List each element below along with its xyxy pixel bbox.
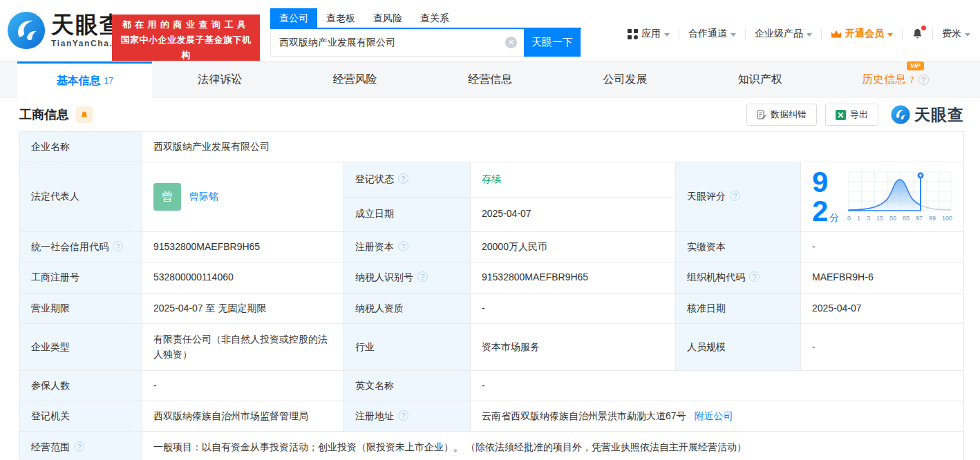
reg-status-value: 存续: [471, 162, 676, 198]
clear-icon[interactable]: [505, 37, 517, 48]
credit-code-label: 统一社会信用代码: [31, 241, 109, 252]
search-input[interactable]: [271, 37, 505, 48]
table-row: 企业名称 西双版纳产业发展有限公司: [20, 132, 964, 162]
table-row: 登记机关 西双版纳傣族自治州市场监督管理局 注册地址 云南省西双版纳傣族自治州景…: [20, 401, 964, 432]
search-button[interactable]: 天眼一下: [524, 29, 581, 57]
nav-vip-membership[interactable]: 开通会员: [831, 28, 893, 40]
help-icon[interactable]: [730, 191, 740, 201]
help-icon[interactable]: [74, 441, 84, 452]
chevron-down-icon: [887, 33, 893, 37]
search-tab-boss[interactable]: 查老板: [317, 8, 364, 28]
tab-label: 历史信息: [862, 73, 906, 87]
help-icon[interactable]: [417, 271, 428, 282]
credit-code-value: 91532800MAEFBR9H65: [142, 232, 344, 262]
taxpayer-id-value: 91532800MAEFBR9H65: [471, 262, 676, 294]
field-label: 组织机构代码: [676, 262, 801, 294]
main-tab-bar: 基本信息 17 法律诉讼 经营风险 经营信息 公司发展 知识产权 历史信息 7 …: [0, 61, 980, 98]
field-label: 参保人数: [20, 371, 142, 401]
chevron-down-icon: [664, 33, 670, 37]
excel-icon: [836, 110, 846, 120]
legal-rep-link[interactable]: 曾际铭: [189, 189, 218, 204]
table-row: 法定代表人 曾 曾际铭 登记状态 存续 天眼评分 92分: [20, 162, 964, 198]
nearby-companies-link[interactable]: 附近公司: [694, 410, 733, 421]
field-label: 登记机关: [20, 401, 142, 432]
tab-operation-info[interactable]: 经营信息: [422, 61, 557, 98]
field-label: 登记状态: [344, 162, 471, 198]
watermark-logo: 天眼查: [891, 104, 964, 126]
nav-channel-label: 合作通道: [688, 28, 727, 40]
field-label: 核准日期: [676, 294, 801, 324]
divider: [679, 29, 679, 39]
top-navigation: 应用 合作通道 企业级产品 开通会员 费: [628, 28, 970, 40]
monitor-bell-button[interactable]: [76, 106, 93, 123]
reg-capital-value: 20000万人民币: [471, 232, 676, 262]
paid-capital-value: -: [801, 232, 964, 262]
page: { "header": { "logo": { "title": "天眼查", …: [0, 0, 980, 460]
notification-dot: [921, 26, 926, 30]
divider: [745, 29, 746, 39]
reg-capital-label: 注册资本: [355, 241, 394, 252]
field-label: 法定代表人: [20, 162, 142, 232]
field-label: 工商注册号: [20, 262, 142, 294]
axis-tick: 15: [876, 214, 883, 224]
username: 费米: [942, 28, 961, 40]
table-row: 经营范围 一般项目：以自有资金从事投资活动；创业投资（限投资未上市企业）。 （除…: [20, 432, 964, 460]
tab-history-info[interactable]: 历史信息 7 VIP: [828, 61, 963, 98]
search-tab-company[interactable]: 查公司: [270, 8, 317, 28]
axis-tick: 0: [847, 214, 851, 224]
notifications-bell[interactable]: [912, 28, 923, 40]
tab-legal-litigation[interactable]: 法律诉讼: [152, 61, 287, 98]
company-name-value: 西双版纳产业发展有限公司: [142, 132, 964, 162]
help-icon[interactable]: [398, 173, 408, 184]
axis-tick: 50: [889, 214, 896, 224]
tab-basic-info[interactable]: 基本信息 17: [17, 61, 152, 98]
tab-label: 经营信息: [468, 73, 512, 87]
taxpayer-quality-value: -: [471, 294, 676, 324]
divider: [821, 29, 822, 39]
distribution-curve: [847, 171, 952, 213]
data-correction-button[interactable]: 数据纠错: [746, 104, 817, 126]
slogan-banner: 都在用的商业查询工具 国家中小企业发展子基金旗下机构: [112, 15, 260, 66]
status-badge: 存续: [482, 173, 501, 184]
help-icon[interactable]: [113, 241, 123, 251]
search-tab-relation[interactable]: 查关系: [411, 8, 458, 28]
staff-size-value: -: [801, 324, 964, 371]
avatar[interactable]: 曾: [153, 183, 181, 211]
tab-company-development[interactable]: 公司发展: [558, 61, 692, 98]
axis-tick: 85: [903, 214, 910, 224]
help-icon[interactable]: [749, 271, 760, 282]
search-tabs: 查公司 查老板 查风险 查关系: [270, 8, 581, 29]
nav-apps-label: 应用: [641, 28, 661, 40]
score-unit: 分: [829, 212, 839, 223]
export-button[interactable]: 导出: [825, 104, 878, 126]
field-label: 营业期限: [20, 294, 142, 324]
field-label: 人员规模: [676, 324, 801, 371]
table-row: 营业期限 2025-04-07 至 无固定期限 纳税人资质 - 核准日期 202…: [20, 294, 964, 324]
field-label: 实缴资本: [676, 232, 801, 262]
nav-channel[interactable]: 合作通道: [688, 28, 736, 40]
search-tab-risk[interactable]: 查风险: [364, 8, 411, 28]
score-cell: 92分: [801, 162, 964, 232]
data-correction-label: 数据纠错: [771, 108, 807, 121]
nav-apps[interactable]: 应用: [628, 28, 670, 40]
nav-enterprise[interactable]: 企业级产品: [755, 28, 812, 40]
tab-label: 经营风险: [333, 73, 377, 87]
tab-intellectual-property[interactable]: 知识产权: [692, 61, 827, 98]
table-row: 统一社会信用代码 91532800MAEFBR9H65 注册资本 20000万人…: [20, 232, 964, 262]
nav-user-menu[interactable]: 费米: [942, 28, 970, 40]
help-icon[interactable]: [918, 75, 929, 85]
divider: [932, 29, 933, 39]
divider: [902, 29, 903, 39]
help-icon[interactable]: [398, 241, 408, 251]
help-icon[interactable]: [398, 410, 408, 421]
reg-authority-value: 西双版纳傣族自治州市场监督管理局: [142, 401, 344, 432]
tab-label: 法律诉讼: [198, 73, 242, 87]
tab-label: 公司发展: [603, 73, 647, 87]
score-axis: 0 1 3 15 50 85 97 99 100: [847, 214, 952, 224]
est-date-value: 2025-04-07: [471, 197, 676, 232]
score-value-group: 92分: [812, 168, 840, 226]
tab-operation-risk[interactable]: 经营风险: [288, 61, 422, 98]
nav-vip-label: 开通会员: [845, 28, 884, 40]
crown-icon: [831, 30, 842, 39]
field-label: 英文名称: [344, 371, 471, 401]
